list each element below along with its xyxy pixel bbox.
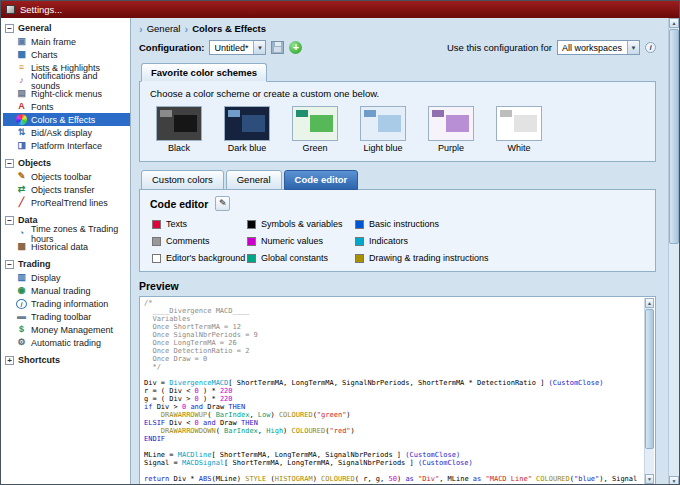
code-token: , <box>249 411 257 419</box>
add-config-icon[interactable]: + <box>289 41 302 54</box>
sidebar-item-main-frame[interactable]: ▣Main frame <box>3 35 130 48</box>
code-token: ABS <box>199 475 212 483</box>
favorite-schemes-tab[interactable]: Favorite color schemes <box>141 63 267 82</box>
sidebar-item-money-management[interactable]: $Money Management <box>3 323 130 336</box>
sidebar-item-bid-ask-display[interactable]: ⇅Bid/Ask display <box>3 126 130 139</box>
color-swatch[interactable] <box>247 220 256 229</box>
color-swatch[interactable] <box>247 237 256 246</box>
sidebar-section-label: General <box>18 23 52 33</box>
scheme-thumbnail <box>156 106 202 141</box>
sidebar-item-time-zones-trading-hours[interactable]: ◔Time zones & Trading hours <box>3 227 130 240</box>
code-token: MACDSignal <box>182 459 224 467</box>
configuration-select[interactable]: Untitled* ▼ <box>209 40 266 55</box>
sidebar-item-label: Notifications and sounds <box>31 71 128 91</box>
workspace-select[interactable]: All workspaces ▼ <box>557 40 640 55</box>
sidebar-item-display[interactable]: ▥Display <box>3 271 130 284</box>
color-swatch[interactable] <box>152 220 161 229</box>
code-editor-title: Code editor <box>150 198 208 210</box>
code-line: g = ( Div > 0 ) * 220 <box>144 395 642 403</box>
code-line: Div = DivergenceMACD[ ShortTermMA, LongT… <box>144 379 642 387</box>
save-icon[interactable] <box>271 41 284 54</box>
collapse-icon[interactable]: − <box>5 24 14 33</box>
breadcrumb-general[interactable]: General <box>147 23 181 34</box>
scrollbar-thumb[interactable] <box>669 29 679 244</box>
bid-ask-icon: ⇅ <box>16 127 27 138</box>
color-swatch[interactable] <box>247 254 256 263</box>
code-token: HISTOGRAM <box>275 475 313 483</box>
info-icon[interactable]: i <box>645 42 656 53</box>
sidebar-item-trading-information[interactable]: iTrading information <box>3 297 130 310</box>
preview-section: Preview /* ____Divergence MACD____ Varia… <box>139 280 656 485</box>
scheme-label: Dark blue <box>220 143 274 153</box>
gear-icon: ⚙ <box>16 337 27 348</box>
code-token: Div = <box>144 379 169 387</box>
color-scheme-white[interactable]: White <box>492 106 546 153</box>
sidebar-section-general[interactable]: −General <box>3 21 130 35</box>
editor-tabs: Custom colorsGeneralCode editor <box>139 170 656 189</box>
legend-label: Numeric values <box>261 236 323 246</box>
color-scheme-purple[interactable]: Purple <box>424 106 478 153</box>
breadcrumb-current: Colors & Effects <box>192 23 266 34</box>
sidebar-item-fonts[interactable]: AFonts <box>3 100 130 113</box>
sidebar-item-notifications-and-sounds[interactable]: ♪Notifications and sounds <box>3 74 130 87</box>
color-swatch[interactable] <box>355 254 364 263</box>
color-swatch[interactable] <box>355 220 364 229</box>
sidebar-item-charts[interactable]: ▦Charts <box>3 48 130 61</box>
tab-code-editor[interactable]: Code editor <box>284 170 359 190</box>
tab-general[interactable]: General <box>226 170 282 190</box>
sidebar-item-objects-transfer[interactable]: ⇄Objects transfer <box>3 183 130 196</box>
legend-item-basic-instructions: Basic instructions <box>355 219 645 229</box>
color-swatch[interactable] <box>152 237 161 246</box>
sidebar-item-prorealtrend-lines[interactable]: ╱ProRealTrend lines <box>3 196 130 209</box>
code-token <box>144 411 161 419</box>
scroll-up-icon[interactable]: ▲ <box>669 18 679 28</box>
color-scheme-dark-blue[interactable]: Dark blue <box>220 106 274 153</box>
sidebar-item-colors-effects[interactable]: Colors & Effects <box>3 113 130 126</box>
window-scrollbar[interactable]: ▲ ▼ <box>668 18 679 485</box>
code-token: Variables <box>144 315 190 323</box>
sidebar-section-objects[interactable]: −Objects <box>3 156 130 170</box>
collapse-icon[interactable]: − <box>5 260 14 269</box>
color-swatch[interactable] <box>355 237 364 246</box>
code-token: COLOURED <box>292 427 326 435</box>
legend-label: Editor's background <box>166 253 245 263</box>
sidebar-item-manual-trading[interactable]: ◉Manual trading <box>3 284 130 297</box>
legend-label: Drawing & trading instructions <box>369 253 489 263</box>
tab-custom-colors[interactable]: Custom colors <box>141 170 224 190</box>
sidebar-item-label: Objects transfer <box>31 185 95 195</box>
platform-icon: ◨ <box>16 140 27 151</box>
scroll-down-icon[interactable]: ▼ <box>669 476 679 485</box>
sidebar-item-platform-interface[interactable]: ◨Platform Interface <box>3 139 130 152</box>
sidebar-item-objects-toolbar[interactable]: ✎Objects toolbar <box>3 170 130 183</box>
sidebar-section-trading[interactable]: −Trading <box>3 257 130 271</box>
sidebar-section-shortcuts[interactable]: +Shortcuts <box>3 353 130 367</box>
collapse-icon[interactable]: − <box>5 159 14 168</box>
collapse-icon[interactable]: − <box>5 216 14 225</box>
scheme-accent-chip <box>500 110 512 117</box>
legend-item-symbols-variables: Symbols & variables <box>247 219 355 229</box>
code-token: Once ShortTermMA = 12 <box>144 323 241 331</box>
code-token: DRAWARROWUP <box>161 411 207 419</box>
color-scheme-black[interactable]: Black <box>152 106 206 153</box>
code-preview-content[interactable]: /* ____Divergence MACD____ Variables Onc… <box>144 299 642 483</box>
code-token: THEN <box>228 403 245 411</box>
sidebar: −General▣Main frame▦Charts≡Lists & Highl… <box>1 18 131 485</box>
scroll-down-icon[interactable]: ▼ <box>645 474 654 484</box>
code-token: THEN <box>241 419 258 427</box>
configuration-row: Configuration: Untitled* ▼ + Use this co… <box>139 39 656 56</box>
color-swatch[interactable] <box>152 254 161 263</box>
legend-item-editor-s-background: Editor's background <box>152 253 247 263</box>
scheme-thumbnail <box>496 106 542 141</box>
sidebar-item-trading-toolbar[interactable]: ▬Trading toolbar <box>3 310 130 323</box>
color-scheme-light-blue[interactable]: Light blue <box>356 106 410 153</box>
edit-icon[interactable]: ✎ <box>215 196 230 211</box>
scroll-up-icon[interactable]: ▲ <box>645 298 654 308</box>
title-bar[interactable]: Settings... <box>1 1 679 18</box>
sidebar-item-automatic-trading[interactable]: ⚙Automatic trading <box>3 336 130 349</box>
breadcrumb: › General › Colors & Effects <box>139 22 656 35</box>
code-token: COLOURED <box>279 411 313 419</box>
expand-icon[interactable]: + <box>5 356 14 365</box>
scrollbar-thumb[interactable] <box>645 309 654 449</box>
preview-scrollbar[interactable]: ▲ ▼ <box>644 298 654 484</box>
color-scheme-green[interactable]: Green <box>288 106 342 153</box>
